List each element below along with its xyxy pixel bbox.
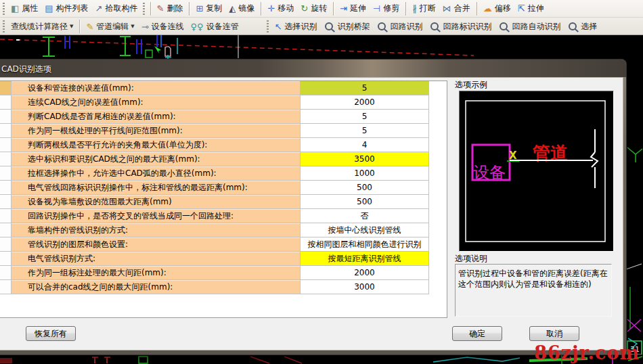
option-value[interactable]: 5	[301, 81, 429, 95]
row-selector-cell[interactable]	[0, 195, 12, 209]
row-selector-cell[interactable]	[0, 81, 12, 95]
option-value[interactable]: 500	[301, 195, 429, 209]
delete-button[interactable]: ✎删除	[154, 1, 187, 16]
row-selector-cell[interactable]	[0, 181, 12, 195]
row-selector-cell[interactable]	[0, 166, 12, 181]
option-row: 拉框选择操作中，允许选中CAD弧的最小直径(mm):1000	[0, 166, 447, 181]
option-value[interactable]: 按相同图层和相同颜色进行识别	[301, 237, 429, 252]
copy-button[interactable]: ⊞复制	[192, 1, 225, 16]
app-window: { "watermark": "86zjr.com", "toolbar_row…	[0, 0, 643, 364]
example-section-label: 选项示例	[455, 79, 487, 91]
properties-button[interactable]: ◧属性	[7, 1, 41, 16]
row-selector-cell[interactable]	[0, 110, 12, 124]
table-filler-cell	[429, 237, 447, 252]
dialog-titlebar[interactable]: CAD识别选项	[0, 60, 626, 77]
option-label: 设备视为靠墙敷设的范围最大距离(mm)	[12, 195, 301, 209]
toolbar-separator	[476, 2, 477, 16]
row-selector-cell[interactable]	[0, 124, 12, 138]
cad-recognition-options-dialog: CAD识别选项 设备和管连接的误差值(mm):5连续CAD线之间的误差值(mm)…	[0, 60, 626, 355]
recognize-tray-button[interactable]: 识别桥架	[321, 19, 374, 34]
loop-mark-recognize-button[interactable]: 回路标识识别	[426, 19, 495, 34]
example-preview: 设备 X 管道	[459, 91, 614, 252]
option-value[interactable]: 2000	[301, 95, 429, 110]
select-more-icon	[569, 22, 577, 30]
move-icon: ✛	[267, 4, 275, 13]
row-selector-cell[interactable]	[0, 266, 12, 280]
row-selector-cell[interactable]	[0, 209, 12, 223]
option-value[interactable]: 1000	[301, 166, 429, 181]
loop-auto-recognize-button[interactable]: 回路自动识别	[495, 19, 564, 34]
option-row: 设备视为靠墙敷设的范围最大距离(mm)500	[0, 195, 447, 209]
row-selector-cell[interactable]	[0, 152, 12, 166]
recognize-tray-label: 识别桥架	[338, 21, 370, 32]
option-row: 连续CAD线之间的误差值(mm):2000	[0, 95, 447, 110]
option-value[interactable]: 4	[301, 138, 429, 152]
toolbar-grip	[267, 20, 269, 32]
select-more-button[interactable]: 选择	[564, 19, 601, 34]
rotate-icon: ↻	[301, 4, 308, 13]
merge-button[interactable]: ⋈合并	[439, 1, 474, 16]
dialog-body: 设备和管连接的误差值(mm):5连续CAD线之间的误差值(mm):2000判断C…	[0, 77, 623, 350]
table-filler-cell	[429, 266, 447, 280]
restore-all-button[interactable]: 恢复所有	[26, 326, 76, 341]
table-filler-cell	[429, 124, 447, 138]
mirror-button[interactable]: ◭镜像	[225, 1, 258, 16]
toolbar-grip	[3, 20, 5, 32]
move-label: 移动	[278, 3, 294, 14]
option-value[interactable]: 5	[301, 110, 429, 124]
table-filler-cell	[429, 252, 447, 266]
break-button[interactable]: ∦打断	[409, 1, 439, 16]
select-recognize-icon: ↖	[275, 22, 282, 31]
trim-button[interactable]: ⊣修剪	[370, 1, 403, 16]
note-section-label: 选项说明	[455, 253, 487, 265]
select-recognize-button[interactable]: ↖选择识别	[271, 19, 321, 34]
rotate-button[interactable]: ↻旋转	[297, 1, 330, 16]
option-value[interactable]: 2000	[301, 266, 429, 280]
select-more-label: 选择	[581, 21, 598, 32]
option-description: 管识别过程中设备和管的距离误差(距离在这个范围内则认为管是和设备相连的)	[455, 264, 612, 317]
pipe-edit-icon: ✎	[86, 22, 93, 31]
dropdown-caret-icon: ▼	[70, 24, 73, 29]
stretch-icon: ⇱	[518, 4, 525, 13]
option-value[interactable]: 5	[301, 124, 429, 138]
cancel-button[interactable]: 取消	[529, 326, 579, 341]
rotate-label: 旋转	[311, 3, 327, 14]
device-connect-line-button[interactable]: ⊸设备连线	[138, 19, 187, 34]
move-button[interactable]: ✛移动	[264, 1, 297, 16]
row-selector-cell[interactable]	[0, 138, 12, 152]
table-filler-cell	[429, 81, 447, 95]
pick-component-button[interactable]: ↗拾取构件	[92, 1, 141, 16]
component-list-button[interactable]: ▤构件列表	[41, 1, 91, 16]
option-value[interactable]: 3000	[301, 280, 429, 294]
extend-button[interactable]: ⇥延伸	[336, 1, 370, 16]
option-value[interactable]: 按墙中心线识别管线	[301, 223, 429, 237]
table-filler-cell	[429, 223, 447, 237]
option-value[interactable]: 否	[301, 209, 429, 223]
toolbar-separator	[405, 2, 406, 16]
pipe-edit-button[interactable]: ✎管道编辑▼	[83, 19, 137, 34]
row-selector-cell[interactable]	[0, 223, 12, 237]
toolbar-separator	[150, 2, 151, 16]
ok-button[interactable]: 确定	[452, 326, 502, 341]
device-connect-pipe-button[interactable]: ♀♀设备连管	[187, 19, 242, 34]
table-filler-cell	[429, 181, 447, 195]
offset-button[interactable]: ☁偏移	[480, 1, 514, 16]
row-selector-cell[interactable]	[0, 95, 12, 110]
option-value[interactable]: 按最短距离识别管线	[301, 252, 429, 266]
stretch-button[interactable]: ⇱拉伸	[514, 1, 548, 16]
option-value[interactable]: 500	[301, 181, 429, 195]
stretch-label: 拉伸	[528, 3, 544, 14]
loop-recognize-button[interactable]: 回路识别	[374, 19, 426, 34]
loop-mark-recognize-icon	[430, 22, 439, 30]
row-selector-cell[interactable]	[0, 280, 12, 294]
table-filler-cell	[429, 195, 447, 209]
pipe-edit-label: 管道编辑	[96, 21, 129, 32]
table-filler-cell	[429, 152, 447, 166]
mirror-label: 镜像	[238, 3, 254, 14]
check-cable-path-button[interactable]: 查线缆计算路径▼	[7, 19, 76, 34]
toolbar-separator	[79, 20, 80, 33]
option-value[interactable]: 3500	[301, 152, 429, 166]
row-selector-cell[interactable]	[0, 237, 12, 252]
row-selector-cell[interactable]	[0, 252, 12, 266]
trim-label: 修剪	[383, 3, 399, 14]
